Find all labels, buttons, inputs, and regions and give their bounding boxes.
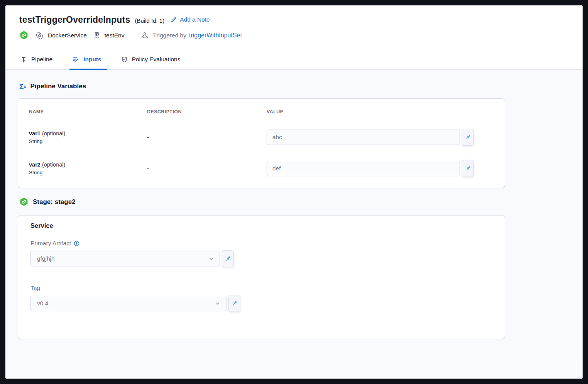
pin-icon — [465, 134, 471, 141]
pin-button[interactable] — [462, 129, 474, 146]
pin-icon — [231, 300, 238, 307]
pipeline-variables-title: Pipeline Variables — [30, 83, 86, 90]
gear-icon — [35, 32, 44, 40]
tab-pipeline-label: Pipeline — [31, 56, 52, 63]
pin-button[interactable] — [228, 295, 240, 312]
app-panel: testTriggerOverrideInputs (Build Id: 1) … — [5, 5, 583, 379]
tab-bar: Pipeline Inputs Policy Evaluations — [5, 49, 583, 70]
tag-label: Tag — [30, 285, 40, 291]
bottom-strip — [5, 360, 583, 379]
triggered-by-label: Triggered by — [153, 32, 186, 39]
environment-icon — [93, 31, 101, 40]
variable-value-cell — [267, 160, 494, 177]
variable-type: String — [29, 138, 147, 144]
variable-name-cell: var1 (optional) String — [29, 130, 147, 144]
variable-value-input[interactable] — [267, 130, 460, 145]
service-name: DockerService — [48, 32, 87, 39]
variable-description: - — [147, 165, 267, 172]
sigma-variables-icon: Σx — [19, 83, 26, 90]
tab-inputs[interactable]: Inputs — [71, 49, 102, 69]
variable-type: String — [29, 170, 147, 175]
pin-icon — [225, 255, 231, 262]
trigger-link[interactable]: triggerWithInputSet — [189, 32, 242, 39]
primary-artifact-select[interactable]: gfgjhjh — [30, 251, 220, 266]
column-description: DESCRIPTION — [147, 109, 267, 115]
tab-inputs-label: Inputs — [83, 56, 101, 63]
variable-name: var2 — [29, 162, 41, 168]
primary-artifact-label: Primary Artifact — [30, 240, 71, 247]
pipeline-variables-heading: Σx Pipeline Variables — [19, 83, 583, 90]
tag-label-row: Tag — [30, 285, 492, 291]
variable-optional-tag: (optional) — [42, 130, 65, 136]
harness-cd-module-icon — [19, 31, 29, 40]
primary-artifact-value: gfgjhjh — [37, 255, 55, 262]
add-note-button[interactable]: Add a Note — [171, 16, 210, 23]
webhook-trigger-icon — [141, 32, 149, 39]
info-icon[interactable] — [74, 241, 79, 246]
chevron-down-icon — [215, 301, 221, 307]
variable-name-cell: var2 (optional) String — [29, 162, 147, 175]
environment-name: testEnv — [105, 32, 125, 39]
tag-row: v0.4 — [30, 295, 492, 312]
tag-value: v0.4 — [37, 300, 48, 307]
variable-optional-tag: (optional) — [42, 162, 65, 168]
tab-pipeline[interactable]: Pipeline — [19, 49, 53, 69]
primary-artifact-label-row: Primary Artifact — [30, 240, 492, 247]
add-note-label: Add a Note — [180, 16, 210, 23]
stage-title: Stage: stage2 — [33, 198, 76, 206]
column-value: VALUE — [267, 109, 494, 115]
pipeline-variables-card: NAME DESCRIPTION VALUE var1 (optional) S… — [18, 98, 505, 188]
build-id: (Build Id: 1) — [135, 17, 164, 24]
page-title: testTriggerOverrideInputs — [19, 15, 130, 25]
service-section-title: Service — [30, 222, 492, 229]
variable-name: var1 — [29, 130, 41, 136]
variables-header-row: NAME DESCRIPTION VALUE — [29, 109, 494, 115]
variable-value-cell — [267, 129, 494, 146]
stage-heading: Stage: stage2 — [19, 197, 583, 207]
service-card: Service Primary Artifact gfgjhjh — [18, 215, 505, 339]
pin-icon — [465, 165, 471, 172]
variable-row: var1 (optional) String - — [29, 129, 494, 146]
tab-policy-evaluations[interactable]: Policy Evaluations — [120, 49, 181, 69]
inputs-icon — [72, 56, 79, 63]
title-row: testTriggerOverrideInputs (Build Id: 1) … — [19, 15, 569, 25]
chevron-down-icon — [208, 256, 214, 262]
tab-policy-label: Policy Evaluations — [132, 56, 181, 63]
inputs-content: Σx Pipeline Variables NAME DESCRIPTION V… — [5, 70, 583, 360]
pin-button[interactable] — [222, 250, 234, 267]
meta-row: DockerService testEnv — [19, 30, 569, 41]
pencil-icon — [171, 16, 177, 23]
primary-artifact-row: gfgjhjh — [30, 250, 492, 267]
pin-button[interactable] — [462, 160, 474, 177]
variable-description: - — [147, 134, 267, 140]
variable-row: var2 (optional) String - — [29, 160, 494, 177]
vertical-divider — [133, 29, 133, 42]
column-name: NAME — [29, 109, 147, 115]
shield-check-icon — [121, 56, 128, 63]
execution-header: testTriggerOverrideInputs (Build Id: 1) … — [5, 5, 583, 49]
tag-select[interactable]: v0.4 — [30, 296, 226, 311]
pipeline-icon — [20, 56, 27, 63]
variable-value-input[interactable] — [267, 161, 460, 176]
harness-cd-module-icon — [19, 197, 29, 207]
